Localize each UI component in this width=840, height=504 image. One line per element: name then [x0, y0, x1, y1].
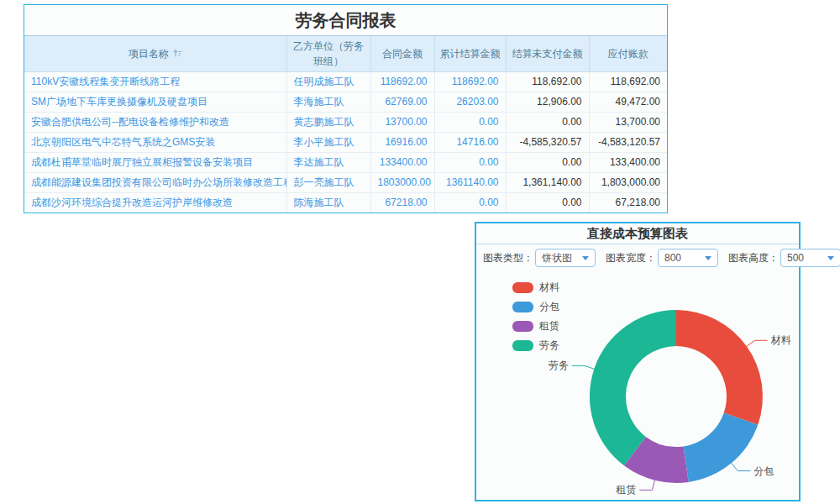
- table-row: 成都沙河环境综合提升改造运河护岸维修改造陈海施工队67218.000.000.0…: [24, 192, 667, 213]
- column-header-settled-amount: 累计结算金额: [434, 36, 506, 71]
- chart-type-value: 饼状图: [542, 251, 572, 265]
- legend-label: 劳务: [539, 339, 559, 353]
- settled-amount-cell: 0.00: [434, 192, 506, 213]
- party-b-link[interactable]: 李海施工队: [286, 92, 370, 112]
- pie-slice-材料[interactable]: [676, 310, 763, 425]
- project-name-link[interactable]: 成都沙河环境综合提升改造运河护岸维修改造: [24, 192, 286, 213]
- chart-width-label: 图表宽度：: [606, 251, 656, 265]
- settled-amount-cell: 14716.00: [434, 132, 506, 152]
- contract-amount-cell: 118692.00: [370, 71, 434, 92]
- contract-amount-cell: 16916.00: [370, 132, 434, 152]
- table-row: 北京朝阳区电气中芯特气系统之GMS安装李小平施工队16916.0014716.0…: [24, 132, 667, 152]
- chevron-down-icon: [827, 256, 834, 260]
- party-b-link[interactable]: 黄志鹏施工队: [286, 112, 370, 132]
- party-b-link[interactable]: 陈海施工队: [286, 192, 370, 213]
- table-row: 安徽合肥供电公司--配电设备检修维护和改造黄志鹏施工队13700.000.000…: [24, 112, 667, 132]
- project-name-link[interactable]: SM广场地下车库更换摄像机及硬盘项目: [24, 92, 286, 112]
- payable-cell: -4,583,120.57: [589, 132, 667, 152]
- chart-height-control: 图表高度： 500: [728, 249, 840, 267]
- contract-amount-cell: 67218.00: [370, 192, 434, 213]
- party-b-link[interactable]: 任明成施工队: [286, 71, 370, 92]
- settled-amount-cell: 0.00: [434, 112, 506, 132]
- payable-cell: 133,400.00: [589, 152, 667, 172]
- unpaid-amount-cell: 0.00: [506, 112, 589, 132]
- chart-height-value: 500: [787, 252, 804, 264]
- table-row: 成都杜甫草堂临时展厅独立展柜报警设备安装项目李达施工队133400.000.00…: [24, 152, 667, 172]
- labor-contract-report-panel: 劳务合同报表 项目名称: [24, 4, 668, 213]
- label-line-劳务: [572, 365, 596, 370]
- report-title: 劳务合同报表: [24, 5, 667, 36]
- legend-swatch: [512, 321, 533, 332]
- slice-label-劳务: 劳务: [549, 360, 569, 371]
- unpaid-amount-cell: 118,692.00: [506, 71, 589, 92]
- legend-label: 材料: [539, 281, 559, 295]
- chart-width-control: 图表宽度： 800: [606, 249, 718, 267]
- project-name-link[interactable]: 安徽合肥供电公司--配电设备检修维护和改造: [24, 112, 286, 132]
- payable-cell: 13,700.00: [589, 112, 667, 132]
- legend-label: 分包: [539, 300, 559, 314]
- legend-swatch: [512, 282, 533, 293]
- legend-swatch: [512, 340, 533, 351]
- chart-width-select[interactable]: 800: [658, 249, 718, 267]
- chart-type-select[interactable]: 饼状图: [535, 249, 596, 267]
- chart-width-value: 800: [664, 252, 681, 264]
- table-header-row: 项目名称 乙方单位（劳务班组） 合同金额 累计结算金额 结算未支付金: [24, 36, 667, 71]
- project-name-link[interactable]: 成都杜甫草堂临时展厅独立展柜报警设备安装项目: [24, 152, 286, 172]
- chart-controls: 图表类型： 饼状图 图表宽度： 800 图表高度： 500: [476, 244, 799, 271]
- pie-slice-分包[interactable]: [684, 413, 759, 482]
- direct-cost-chart-panel: 直接成本预算图表 图表类型： 饼状图 图表宽度： 800 图表高度： 500: [475, 222, 801, 501]
- project-name-link[interactable]: 成都能源建设集团投资有限公司临时办公场所装修改造工程EPC: [24, 172, 286, 192]
- legend-item-分包[interactable]: 分包: [512, 300, 559, 314]
- unpaid-amount-cell: 12,906.00: [506, 92, 589, 112]
- legend-item-租赁[interactable]: 租赁: [512, 319, 559, 333]
- column-header-party-b: 乙方单位（劳务班组）: [286, 36, 370, 71]
- column-header-payable: 应付账款: [589, 36, 667, 71]
- report-table: 项目名称 乙方单位（劳务班组） 合同金额 累计结算金额 结算未支付金: [24, 36, 667, 213]
- party-b-link[interactable]: 彭一亮施工队: [286, 172, 370, 192]
- chevron-down-icon: [582, 256, 589, 260]
- sort-icon[interactable]: [173, 49, 182, 58]
- chart-type-label: 图表类型：: [483, 251, 533, 265]
- legend-label: 租赁: [539, 319, 559, 333]
- party-b-link[interactable]: 李小平施工队: [286, 132, 370, 152]
- unpaid-amount-cell: 1,361,140.00: [506, 172, 589, 192]
- table-row: 110kV安徽线程集变开断线路工程任明成施工队118692.00118692.0…: [24, 71, 667, 92]
- label-line-材料: [745, 340, 767, 347]
- table-row: 成都能源建设集团投资有限公司临时办公场所装修改造工程EPC彭一亮施工队18030…: [24, 172, 667, 192]
- chart-area: 材料分包租赁劳务 材料分包租赁劳务: [476, 271, 799, 500]
- slice-label-租赁: 租赁: [615, 484, 636, 496]
- report-table-body: 110kV安徽线程集变开断线路工程任明成施工队118692.00118692.0…: [24, 71, 667, 213]
- contract-amount-cell: 13700.00: [370, 112, 434, 132]
- legend-item-材料[interactable]: 材料: [512, 281, 559, 295]
- slice-label-材料: 材料: [770, 334, 791, 346]
- contract-amount-cell: 62769.00: [370, 92, 434, 112]
- contract-amount-cell: 1803000.00: [370, 172, 434, 192]
- settled-amount-cell: 1361140.00: [434, 172, 506, 192]
- payable-cell: 67,218.00: [589, 192, 667, 213]
- column-header-unpaid-amount: 结算未支付金额: [506, 36, 589, 71]
- column-header-contract-amount: 合同金额: [370, 36, 434, 71]
- payable-cell: 1,803,000.00: [589, 172, 667, 192]
- project-name-link[interactable]: 110kV安徽线程集变开断线路工程: [24, 71, 286, 92]
- column-header-label: 项目名称: [129, 46, 169, 61]
- legend-item-劳务[interactable]: 劳务: [512, 339, 559, 353]
- contract-amount-cell: 133400.00: [370, 152, 434, 172]
- pie-slice-劳务[interactable]: [590, 310, 676, 465]
- settled-amount-cell: 0.00: [434, 152, 506, 172]
- payable-cell: 49,472.00: [589, 92, 667, 112]
- settled-amount-cell: 26203.00: [434, 92, 506, 112]
- column-header-project-name[interactable]: 项目名称: [24, 36, 286, 71]
- slice-label-分包: 分包: [753, 465, 774, 477]
- table-row: SM广场地下车库更换摄像机及硬盘项目李海施工队62769.0026203.001…: [24, 92, 667, 112]
- unpaid-amount-cell: 0.00: [506, 152, 589, 172]
- legend-swatch: [512, 302, 533, 312]
- project-name-link[interactable]: 北京朝阳区电气中芯特气系统之GMS安装: [24, 132, 286, 152]
- party-b-link[interactable]: 李达施工队: [286, 152, 370, 172]
- unpaid-amount-cell: -4,585,320.57: [506, 132, 589, 152]
- unpaid-amount-cell: 0.00: [506, 192, 589, 213]
- label-line-租赁: [639, 479, 655, 491]
- chart-height-select[interactable]: 500: [780, 249, 840, 267]
- chart-type-control: 图表类型： 饼状图: [483, 249, 596, 267]
- screen: 劳务合同报表 项目名称: [0, 0, 840, 504]
- chevron-down-icon: [705, 256, 711, 260]
